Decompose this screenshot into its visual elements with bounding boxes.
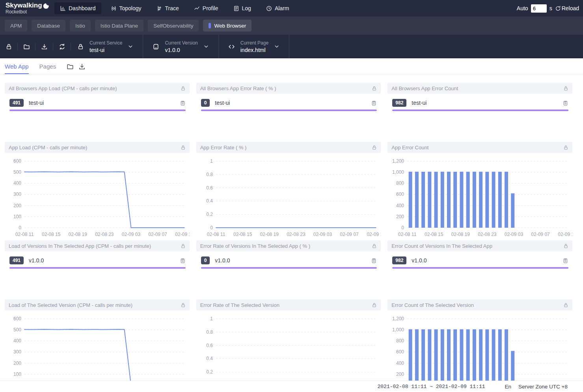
lock-icon[interactable]	[181, 145, 186, 150]
metric-value-badge: 982	[392, 99, 406, 107]
export-template-button[interactable]	[35, 35, 53, 58]
svg-text:02-09 07: 02-09 07	[340, 232, 359, 237]
copy-button[interactable]	[180, 258, 186, 264]
lock-button[interactable]	[0, 35, 17, 58]
nav-item-trace[interactable]: Trace	[151, 2, 184, 14]
copy-button[interactable]	[180, 100, 186, 106]
crescent-moon-icon	[43, 3, 49, 9]
svg-text:1,200: 1,200	[392, 316, 404, 321]
svg-text:600: 600	[396, 192, 404, 197]
template-tab-istio-data-plane[interactable]: Istio Data Plane	[95, 20, 143, 32]
svg-text:400: 400	[396, 203, 404, 208]
template-tab-database[interactable]: Database	[32, 20, 65, 32]
dashboard-template-nav: APMDatabaseIstioIstio Data PlaneSelfObse…	[0, 17, 583, 35]
chart-canvas-version-load[interactable]: 600500400300200100002-08 1102-08 1502-08…	[5, 313, 190, 381]
lock-icon[interactable]	[563, 86, 568, 91]
metric-card-error-count-of-versions-in-the-selected-app: Error Count of Versions In The Selected …	[387, 240, 572, 299]
metric-row[interactable]: 982v1.0.0	[392, 255, 568, 266]
svg-text:600: 600	[13, 316, 21, 321]
metric-row[interactable]: 491test-ui	[9, 98, 186, 108]
main-nav: DashboardTopologyTraceProfileLogAlarm	[54, 2, 294, 14]
folder-icon	[67, 63, 74, 70]
current-page-selector[interactable]: Current Page index.html	[219, 35, 289, 58]
chevron-down-icon	[128, 44, 133, 49]
card-header: Error Count of The Selected Version	[387, 299, 572, 310]
lock-icon[interactable]	[181, 243, 186, 249]
auto-unit-label: s	[549, 5, 552, 11]
svg-text:1,200: 1,200	[392, 158, 404, 164]
language-toggle[interactable]: En	[505, 384, 512, 390]
card-title: Error Rate of Versions In The Selected A…	[200, 243, 372, 249]
nav-item-alarm[interactable]: Alarm	[261, 2, 295, 14]
metric-row[interactable]: 0test-ui	[201, 98, 377, 108]
selector-label: Current Page	[240, 40, 268, 46]
chart-card-error-rate-of-the-selected-version: Error Rate of The Selected Version10.80.…	[196, 299, 381, 381]
template-tab-apm[interactable]: APM	[5, 20, 27, 32]
copy-button[interactable]	[371, 258, 377, 264]
metric-body: 982v1.0.0	[387, 251, 572, 269]
svg-text:100: 100	[13, 214, 21, 219]
svg-text:0.4: 0.4	[206, 198, 213, 204]
svg-text:02-09 03: 02-09 03	[122, 232, 141, 237]
svg-text:02-08 11: 02-08 11	[15, 232, 34, 237]
auto-reload-area: Auto s Reload	[517, 4, 579, 13]
lock-icon[interactable]	[181, 86, 186, 91]
svg-text:0.8: 0.8	[206, 329, 213, 335]
metric-card-all-browsers-app-error-rate-: All Browsers App Error Rate ( % )0test-u…	[196, 83, 381, 142]
import-dashboard-button[interactable]	[67, 63, 74, 70]
chart-canvas-app-load[interactable]: 600500400300200100002-08 1102-08 1502-08…	[5, 155, 190, 238]
card-title: Error Rate of The Selected Version	[200, 302, 372, 308]
import-template-button[interactable]	[18, 35, 35, 58]
lock-icon[interactable]	[372, 145, 377, 150]
time-range-picker[interactable]: 2021-02-08 11:11 ~ 2021-02-09 11:11	[378, 384, 485, 390]
current-version-selector[interactable]: Current Version v1.0.0	[143, 35, 218, 58]
copy-button[interactable]	[563, 258, 568, 264]
topology-icon	[111, 6, 117, 11]
export-dashboard-button[interactable]	[78, 63, 86, 70]
browser-icon	[153, 43, 159, 50]
lock-icon[interactable]	[372, 86, 377, 91]
metric-underline	[201, 110, 377, 111]
lock-icon[interactable]	[372, 243, 377, 249]
chevron-down-icon	[203, 44, 209, 49]
refresh-button[interactable]	[53, 35, 71, 58]
metric-row[interactable]: 982test-ui	[392, 98, 568, 108]
download-icon	[41, 43, 48, 50]
chart-canvas-app-error-count[interactable]: 1,2001,000800600400200002-08 1102-08 150…	[387, 155, 572, 238]
template-tab-web-browser[interactable]: Web Browser	[203, 20, 251, 32]
app-logo[interactable]: Skywalking Rocketbot	[6, 2, 52, 15]
template-tab-label: Istio	[75, 23, 85, 29]
copy-button[interactable]	[371, 100, 377, 106]
card-title: App Load (CPM - calls per minute)	[9, 145, 181, 150]
nav-item-profile[interactable]: Profile	[188, 2, 224, 14]
current-service-selector[interactable]: Current Service test-ui	[71, 35, 143, 58]
card-header: All Browsers App Error Rate ( % )	[196, 83, 381, 94]
metric-value-badge: 491	[9, 99, 24, 107]
metric-value-badge: 491	[9, 256, 24, 264]
tab-bar: Web AppPages	[0, 58, 583, 75]
lock-icon[interactable]	[372, 303, 377, 308]
chart-canvas-app-error-rate[interactable]: 10.80.60.40.2002-08 1102-08 1502-08 1902…	[196, 155, 381, 238]
chart-canvas-version-error-count[interactable]: 1,2001,000800600400200002-08 1102-08 150…	[387, 313, 572, 381]
metric-row[interactable]: 491v1.0.0	[9, 255, 186, 266]
auto-label: Auto	[517, 5, 528, 11]
reload-button[interactable]: Reload	[555, 5, 579, 11]
svg-text:0: 0	[19, 225, 21, 230]
nav-item-log[interactable]: Log	[228, 2, 257, 14]
template-tab-selfobservability[interactable]: SelfObservability	[148, 20, 199, 32]
nav-item-topology[interactable]: Topology	[105, 2, 147, 14]
nav-item-dashboard[interactable]: Dashboard	[54, 2, 101, 14]
lock-icon[interactable]	[563, 145, 568, 150]
template-tab-istio[interactable]: Istio	[70, 20, 91, 32]
tab-web-app[interactable]: Web App	[5, 59, 29, 74]
copy-button[interactable]	[563, 100, 568, 106]
lock-icon[interactable]	[563, 303, 568, 308]
folder-icon	[23, 43, 30, 50]
metric-row[interactable]: 0v1.0.0	[201, 255, 377, 266]
auto-interval-input[interactable]	[531, 4, 547, 13]
tab-pages[interactable]: Pages	[39, 59, 56, 74]
metric-card-error-rate-of-versions-in-the-selected-app-: Error Rate of Versions In The Selected A…	[196, 240, 381, 299]
lock-icon[interactable]	[181, 303, 186, 308]
chart-canvas-version-error-rate[interactable]: 10.80.60.40.2002-08 1102-08 1502-08 1902…	[196, 313, 381, 381]
lock-icon[interactable]	[563, 243, 568, 249]
